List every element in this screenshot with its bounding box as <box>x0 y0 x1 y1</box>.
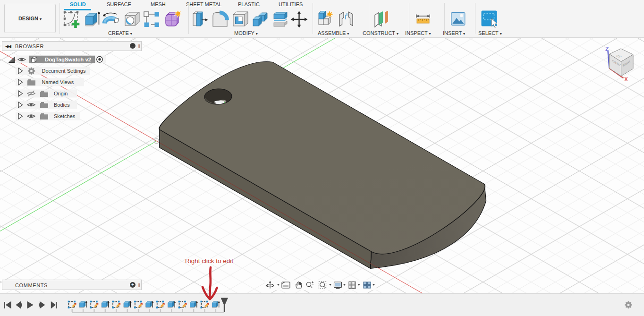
svg-text:Origin: Origin <box>54 91 68 96</box>
svg-text:Named Views: Named Views <box>42 79 74 85</box>
svg-text:Document Settings: Document Settings <box>42 68 86 74</box>
svg-text:Right click to edit: Right click to edit <box>185 257 233 265</box>
svg-text:DogTagSwatch v2: DogTagSwatch v2 <box>45 57 91 62</box>
svg-text:Z: Z <box>605 46 609 52</box>
svg-text:Sketches: Sketches <box>54 113 76 119</box>
svg-text:X: X <box>624 76 628 83</box>
svg-text:Bodies: Bodies <box>54 102 70 108</box>
